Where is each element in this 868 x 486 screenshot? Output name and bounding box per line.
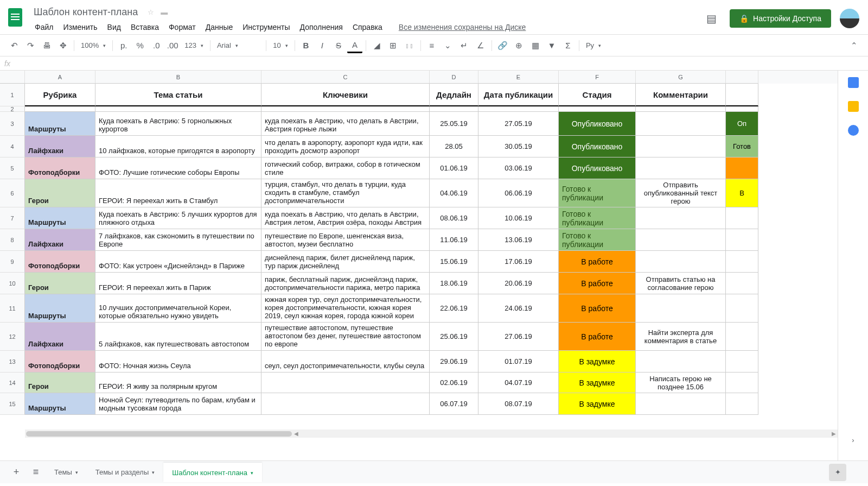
row-header-6[interactable]: 6: [0, 179, 25, 207]
keywords-cell[interactable]: [261, 393, 430, 415]
keywords-cell[interactable]: куда поехать в Австрию, что делать в Авс…: [261, 207, 430, 229]
status-cell[interactable]: Опубликовано: [559, 112, 636, 136]
share-button[interactable]: 🔒 Настройки Доступа: [730, 9, 831, 28]
fill-color-button[interactable]: ◢: [369, 38, 385, 53]
header-cell-[interactable]: [726, 84, 758, 106]
keywords-cell[interactable]: турция, стамбул, что делать в турции, ку…: [261, 179, 430, 207]
keywords-cell[interactable]: южная корея тур, сеул достопримечательно…: [261, 294, 430, 323]
deadline-cell[interactable]: 11.06.19: [430, 229, 478, 251]
topic-cell[interactable]: 7 лайфхаков, как сэкономить в путешестви…: [95, 229, 261, 251]
halign-button[interactable]: ≡: [424, 38, 439, 53]
extra-cell[interactable]: Готов: [726, 136, 758, 157]
pubdate-cell[interactable]: 01.07.19: [478, 351, 559, 373]
comment-cell[interactable]: [636, 157, 726, 179]
extra-cell[interactable]: [726, 251, 758, 273]
row-header-4[interactable]: 4: [0, 136, 25, 157]
doc-title[interactable]: Шаблон контент-плана: [30, 5, 141, 19]
row-header-3[interactable]: 3: [0, 112, 25, 136]
status-cell[interactable]: Опубликовано: [559, 136, 636, 157]
pubdate-cell[interactable]: 08.07.19: [478, 393, 559, 415]
save-status[interactable]: Все изменения сохранены на Диске: [399, 23, 526, 31]
cell[interactable]: [261, 106, 430, 112]
sheets-logo[interactable]: [4, 7, 26, 28]
status-cell[interactable]: В задумке: [559, 351, 636, 373]
extra-cell[interactable]: [726, 157, 758, 179]
bold-button[interactable]: B: [298, 38, 314, 53]
comment-cell[interactable]: Отправить опубликованный текст герою: [636, 179, 726, 207]
italic-button[interactable]: I: [315, 38, 330, 53]
decrease-decimal-button[interactable]: .0: [149, 38, 164, 53]
pubdate-cell[interactable]: 24.06.19: [478, 294, 559, 323]
cell[interactable]: [478, 106, 559, 112]
status-cell[interactable]: В работе: [559, 294, 636, 323]
keywords-cell[interactable]: сеул, сеул достопримечательности, клубы …: [261, 351, 430, 373]
select-all-corner[interactable]: [0, 71, 25, 84]
keywords-cell[interactable]: диснейленд париж, билет диснейленд париж…: [261, 251, 430, 273]
deadline-cell[interactable]: 28.05: [430, 136, 478, 157]
row-header-13[interactable]: 13: [0, 351, 25, 373]
print-button[interactable]: 🖶: [39, 38, 54, 53]
topic-cell[interactable]: Куда поехать в Австрию: 5 лучших курорто…: [95, 207, 261, 229]
status-cell[interactable]: В работе: [559, 251, 636, 273]
pubdate-cell[interactable]: 30.05.19: [478, 136, 559, 157]
deadline-cell[interactable]: 18.06.19: [430, 273, 478, 294]
cell[interactable]: [559, 106, 636, 112]
zoom-select[interactable]: 100%: [78, 38, 109, 53]
extra-cell[interactable]: [726, 273, 758, 294]
topic-cell[interactable]: 10 лайфхаков, которые пригодятся в аэроп…: [95, 136, 261, 157]
folder-icon[interactable]: ▬: [161, 8, 168, 16]
comment-cell[interactable]: [636, 294, 726, 323]
pubdate-cell[interactable]: 27.06.19: [478, 323, 559, 351]
deadline-cell[interactable]: 06.07.19: [430, 393, 478, 415]
functions-button[interactable]: Σ: [560, 38, 576, 53]
header-cell-B[interactable]: Тема статьи: [95, 84, 261, 106]
extra-cell[interactable]: [726, 373, 758, 393]
extra-cell[interactable]: [726, 207, 758, 229]
status-cell[interactable]: В работе: [559, 273, 636, 294]
topic-cell[interactable]: ГЕРОИ: Я переехал жить в Стамбул: [95, 179, 261, 207]
pubdate-cell[interactable]: 06.06.19: [478, 179, 559, 207]
collapse-toolbar-button[interactable]: ⌃: [846, 38, 861, 53]
deadline-cell[interactable]: 25.06.19: [430, 323, 478, 351]
cell[interactable]: [430, 106, 478, 112]
status-cell[interactable]: Готово к публикации: [559, 179, 636, 207]
cell[interactable]: [25, 106, 95, 112]
all-sheets-button[interactable]: ≡: [26, 463, 46, 482]
row-header-5[interactable]: 5: [0, 157, 25, 179]
comment-cell[interactable]: [636, 229, 726, 251]
topic-cell[interactable]: ФОТО: Лучшие готические соборы Европы: [95, 157, 261, 179]
menu-инструменты[interactable]: Инструменты: [238, 21, 294, 34]
deadline-cell[interactable]: 01.06.19: [430, 157, 478, 179]
calendar-icon[interactable]: [848, 77, 859, 88]
rubric-cell[interactable]: Маршруты: [25, 393, 95, 415]
column-header-F[interactable]: F: [559, 71, 636, 84]
row-header-10[interactable]: 10: [0, 273, 25, 294]
menu-вид[interactable]: Вид: [103, 21, 125, 34]
topic-cell[interactable]: ГЕРОИ: Я переехал жить в Париж: [95, 273, 261, 294]
extra-cell[interactable]: [726, 393, 758, 415]
status-cell[interactable]: Готово к публикации: [559, 229, 636, 251]
column-header-C[interactable]: C: [261, 71, 430, 84]
topic-cell[interactable]: Куда поехать в Австрию: 5 горнолыжных ку…: [95, 112, 261, 136]
add-sheet-button[interactable]: +: [7, 463, 26, 482]
rubric-cell[interactable]: Лайфхаки: [25, 323, 95, 351]
format-select[interactable]: 123: [181, 38, 207, 53]
tasks-icon[interactable]: [848, 125, 859, 136]
comments-button[interactable]: ▤: [701, 9, 721, 28]
pubdate-cell[interactable]: 13.06.19: [478, 229, 559, 251]
header-cell-E[interactable]: Дата публикации: [478, 84, 559, 106]
keywords-cell[interactable]: что делать в аэропорту, аэропорт куда ид…: [261, 136, 430, 157]
explore-button[interactable]: ✦: [829, 464, 846, 481]
side-panel-toggle[interactable]: ›: [852, 436, 854, 444]
menu-изменить[interactable]: Изменить: [59, 21, 101, 34]
rubric-cell[interactable]: Маршруты: [25, 294, 95, 323]
keywords-cell[interactable]: куда поехать в Австрию, что делать в Авс…: [261, 112, 430, 136]
menu-формат[interactable]: Формат: [164, 21, 200, 34]
valign-button[interactable]: ⌄: [441, 38, 456, 53]
redo-button[interactable]: ↷: [23, 38, 38, 53]
keywords-cell[interactable]: путешествие автостопом, путешествие авто…: [261, 323, 430, 351]
deadline-cell[interactable]: 29.06.19: [430, 351, 478, 373]
menu-справка[interactable]: Справка: [348, 21, 387, 34]
rubric-cell[interactable]: Фотоподборки: [25, 351, 95, 373]
column-header-D[interactable]: D: [430, 71, 478, 84]
